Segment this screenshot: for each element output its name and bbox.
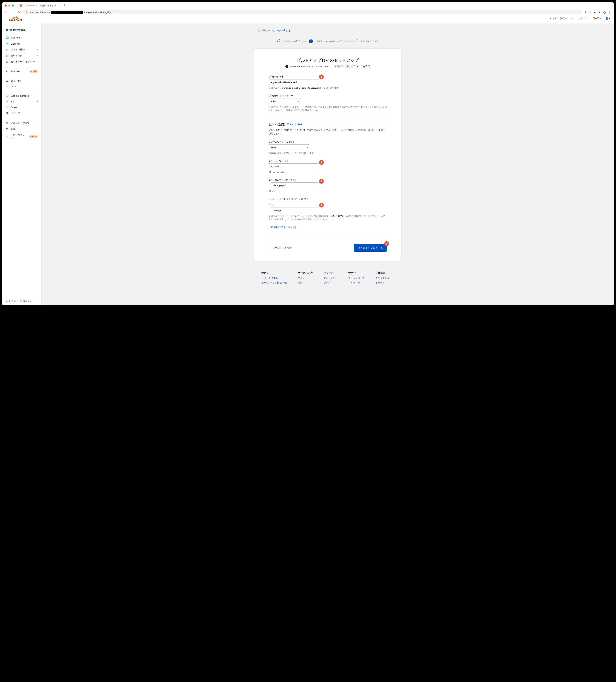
tab-title: アプリケーションを作成する | Te xyxy=(24,4,56,7)
cloudflare-logo[interactable]: CLOUDFLARE xyxy=(6,15,25,22)
preset-select[interactable]: None▾ xyxy=(269,144,310,150)
nav-label: Web サイト xyxy=(11,36,38,39)
footer-link[interactable]: スタッフ紹介 xyxy=(375,277,389,280)
support-menu[interactable]: サポート ▾ xyxy=(577,17,589,20)
chevron-right-icon: › xyxy=(269,226,269,229)
nav-icon: ☁ xyxy=(6,79,8,82)
footer-heading: サービス内容 xyxy=(298,271,313,275)
card-title: ビルドとデプロイのセットアップ xyxy=(269,58,387,63)
browser-titlebar: アプリケーションを作成する | Te × + ⌄ xyxy=(2,2,614,9)
root-path-input[interactable] xyxy=(271,207,318,213)
account-name[interactable]: Teruhiro Komaki xyxy=(2,25,41,34)
user-icon: 👤 xyxy=(606,17,608,20)
footer-heading: リソース xyxy=(324,271,337,275)
page-footer: 連絡先サポートに連絡セールスへの問い合わせ サービス内容プラン概要 リソースドキ… xyxy=(254,266,401,291)
callout-1: 1 xyxy=(319,74,324,79)
nav-icon: ⊞ xyxy=(6,60,8,63)
sidebar-item[interactable]: ⬡ Workers & Pages ▾ xyxy=(2,93,41,99)
env-vars-toggle[interactable]: › 環境変数 (アドバンスド) xyxy=(269,226,296,229)
extension-icon[interactable]: ◈ xyxy=(594,11,596,14)
search-button[interactable]: 🔍 xyxy=(571,17,573,20)
project-name-input[interactable] xyxy=(269,79,319,85)
nav-icon: ▷ xyxy=(6,106,8,109)
add-site-button[interactable]: ＋ サイトを追加 xyxy=(550,17,567,20)
sidebar-item[interactable]: 🌐 Web サイト xyxy=(2,35,41,41)
menu-icon[interactable]: ⋮ xyxy=(608,11,611,14)
info-icon[interactable]: i xyxy=(285,160,288,162)
nav-icon: ⬡ xyxy=(6,94,8,97)
github-icon xyxy=(285,65,288,68)
beta-badge: ベータ版 xyxy=(29,135,38,138)
nav-label: Zero Trust xyxy=(11,79,38,82)
build-desc: プロジェクトで静的サイト ジェネレーターやビルド ツールを使用している場合は、C… xyxy=(269,128,387,136)
nav-label: Turnstile xyxy=(11,70,26,73)
account-menu[interactable]: 👤 ▾ xyxy=(606,17,610,20)
sidebar-item[interactable]: ◷ 分析とログ ▾ xyxy=(2,53,41,59)
footer-link[interactable]: 概要 xyxy=(298,281,313,284)
browser-tab[interactable]: アプリケーションを作成する | Te × xyxy=(18,3,62,8)
sidebar-item[interactable]: ⊕ ドメイン登録 ▾ xyxy=(2,47,41,53)
sidebar-item[interactable]: ⚙ アカウントの管理 ▾ xyxy=(2,120,41,126)
close-tab-icon[interactable]: × xyxy=(59,4,60,7)
root-dir-toggle[interactable]: ⌄ ルート ディレクトリ (アドバンスド) xyxy=(269,198,309,201)
build-doc-link[interactable]: ビルドの構成 xyxy=(287,123,302,126)
sidebar: Teruhiro Komaki 🌐 Web サイト ✦ Discover ⊕ ド… xyxy=(2,16,42,305)
branch-select[interactable]: main▾ xyxy=(269,98,301,104)
step-3: 3 サイトをデプロイ xyxy=(355,39,378,43)
step-1: ✓ リポジトリの選択 xyxy=(278,39,300,43)
lock-icon: 🔒 xyxy=(25,11,28,14)
sidebar-item[interactable]: ✱ 通知 xyxy=(2,126,41,132)
build-command-input[interactable] xyxy=(269,163,319,169)
app-topbar: CLOUDFLARE ＋ サイトを追加 🔍 サポート ▾ 日本語 ▾ 👤 ▾ xyxy=(2,14,614,23)
output-dir-input[interactable] xyxy=(271,182,318,188)
nav-icon: ◷ xyxy=(6,54,8,57)
footer-link[interactable]: プラン xyxy=(298,277,313,280)
nav-label: 通知 xyxy=(11,127,38,131)
back-to-create-app-link[interactable]: ← アプリケーションを作成する xyxy=(254,29,290,32)
save-deploy-button[interactable]: 保存してデプロイする xyxy=(354,244,387,252)
info-icon[interactable]: i xyxy=(293,179,296,181)
sidebar-item[interactable]: ⊞ セキュリティ センター ▾ xyxy=(2,59,41,65)
nav-icon: ⚙ xyxy=(6,121,8,124)
sidebar-item[interactable]: ✦ Discover xyxy=(2,41,41,47)
footer-link[interactable]: ドキュメント xyxy=(324,277,337,280)
footer-link[interactable]: ナレッジベース xyxy=(348,277,365,280)
close-window-icon[interactable] xyxy=(5,4,7,7)
url-masked xyxy=(51,11,83,14)
bookmark-icon[interactable]: ☆ xyxy=(589,11,591,14)
sidebar-item[interactable]: ↻ Turnstile ベータ版 xyxy=(2,68,41,74)
share-icon[interactable]: ⇧ xyxy=(584,11,587,14)
panel-icon[interactable]: ▢ xyxy=(603,11,606,14)
footer-link[interactable]: サポートに連絡 xyxy=(261,277,287,280)
sidebar-item[interactable]: ⇄ 一括リダイレクト ベータ版 xyxy=(2,132,41,141)
sidebar-item[interactable]: ▷ Stream xyxy=(2,104,41,110)
callout-4: 4 xyxy=(319,203,324,207)
footer-link[interactable]: コミュニティ xyxy=(348,281,365,284)
setup-card: ビルドとデプロイのセットアップ teruhirokomaki/angular-c… xyxy=(254,49,401,260)
beta-badge: ベータ版 xyxy=(29,70,38,73)
sidebar-item[interactable]: ☁ Zero Trust xyxy=(2,78,41,84)
change-repo-link[interactable]: ← リポジトリを変更 xyxy=(269,246,292,250)
nav-label: Discover xyxy=(11,42,38,45)
puzzle-icon[interactable]: ✦ xyxy=(598,11,601,14)
sidebar-item[interactable]: ▭ R2 ▾ xyxy=(2,99,41,104)
collapse-sidebar-button[interactable]: « サイドバーを折りたたむ xyxy=(2,297,41,305)
chevron-down-icon: ▾ xyxy=(37,100,38,103)
maximize-window-icon[interactable] xyxy=(12,4,14,7)
new-tab-button[interactable]: + xyxy=(64,4,66,7)
footer-link[interactable]: セールスへの問い合わせ xyxy=(261,281,287,284)
footer-link[interactable]: ブログ xyxy=(324,281,337,284)
logo-text: CLOUDFLARE xyxy=(8,19,23,21)
nav-label: R2 xyxy=(11,100,35,103)
chevron-down-icon: ▾ xyxy=(37,122,38,124)
branch-label: プロダクション ブランチ xyxy=(269,94,387,97)
chevron-down-icon[interactable]: ⌄ xyxy=(609,4,614,7)
nav-icon: ▭ xyxy=(6,100,8,103)
minimize-window-icon[interactable] xyxy=(8,4,10,7)
sidebar-item[interactable]: ✉ Area 1 xyxy=(2,84,41,89)
sidebar-item[interactable]: ▣ イメージ xyxy=(2,110,41,116)
footer-link[interactable]: キャリア xyxy=(375,281,389,284)
nav-icon: ✱ xyxy=(6,128,8,130)
language-menu[interactable]: 日本語 ▾ xyxy=(593,17,601,20)
nav-label: Workers & Pages xyxy=(11,94,35,97)
